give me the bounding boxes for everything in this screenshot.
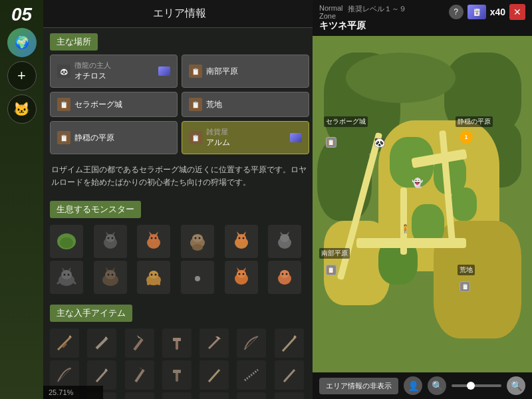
svg-line-82 xyxy=(245,370,258,380)
world-icon[interactable]: 🌍 xyxy=(7,28,37,57)
location-btn-0[interactable]: 🐼 徴龍の主人 オチロス xyxy=(50,55,178,88)
progress-text: 25.71% xyxy=(49,388,73,396)
monster-1 xyxy=(94,225,127,258)
svg-point-54 xyxy=(238,273,240,275)
svg-point-24 xyxy=(242,237,244,239)
book-icon-3: 📋 xyxy=(189,98,202,111)
search-icon[interactable]: 🔍 xyxy=(428,376,446,395)
svg-marker-32 xyxy=(68,267,71,271)
svg-marker-27 xyxy=(280,231,283,235)
terrain-green-5 xyxy=(451,188,477,221)
location-btn-1[interactable]: 📋 南部平原 xyxy=(182,55,309,88)
svg-marker-52 xyxy=(237,267,240,271)
monster-0 xyxy=(50,225,83,258)
svg-point-49 xyxy=(195,276,200,281)
svg-marker-53 xyxy=(243,267,246,271)
monster-10 xyxy=(225,261,258,294)
zone-info: NormalZone 推奨レベル１～９ キツネ平原 xyxy=(319,4,444,32)
svg-point-34 xyxy=(68,274,70,276)
location-btn-3[interactable]: 📋 荒地 xyxy=(182,92,309,117)
cat-icon[interactable]: 🐱 xyxy=(7,94,37,124)
book-icon-2: 📋 xyxy=(57,98,70,111)
svg-rect-80 xyxy=(173,370,181,373)
svg-point-6 xyxy=(107,237,109,239)
map-area: NormalZone 推奨レベル１～９ キツネ平原 ? 🃏 x40 ✕ xyxy=(313,0,532,399)
item-10 xyxy=(162,360,192,390)
svg-line-60 xyxy=(58,336,71,350)
close-button[interactable]: ✕ xyxy=(509,4,525,20)
svg-marker-70 xyxy=(215,336,221,339)
map-canvas[interactable]: セラボーグ城 南部平原 荒地 静穏の平原 📋 📋 📋 1 🐼 👻 🧍 xyxy=(313,36,532,372)
item-18 xyxy=(200,392,229,399)
header-controls: ? 🃏 x40 ✕ xyxy=(449,4,525,20)
item-12 xyxy=(237,360,266,390)
items-header: 主な入手アイテム xyxy=(50,305,132,322)
svg-rect-47 xyxy=(147,279,150,285)
svg-point-18 xyxy=(192,244,203,251)
zoom-thumb[interactable] xyxy=(467,382,475,390)
svg-rect-68 xyxy=(173,338,181,341)
svg-marker-66 xyxy=(137,335,142,339)
monster-9 xyxy=(181,261,214,294)
loc5-name: 雑貨屋 xyxy=(206,127,230,137)
loc3-name: 荒地 xyxy=(206,99,222,110)
svg-point-17 xyxy=(199,237,201,239)
monsters-header: 生息するモンスター xyxy=(50,201,141,218)
svg-line-75 xyxy=(96,370,107,382)
location-btn-5[interactable]: 📋 雑貨屋 アルム xyxy=(182,121,309,154)
loc1-name: 南部平原 xyxy=(206,66,238,77)
location-btn-4[interactable]: 📋 静穏の平原 xyxy=(50,121,178,154)
map-label-wasteland: 荒地 xyxy=(458,265,475,275)
svg-point-15 xyxy=(192,234,203,242)
svg-point-41 xyxy=(107,274,109,276)
terrain-top xyxy=(346,53,456,103)
monsters-grid xyxy=(43,222,316,299)
zoom-in-icon[interactable]: 🔍 xyxy=(507,376,525,395)
loc5-subname: アルム xyxy=(206,137,230,148)
loc0-subname: オチロス xyxy=(74,70,111,82)
loc2-name: セラボーグ城 xyxy=(74,99,122,110)
npc-icon[interactable]: 👤 xyxy=(404,376,422,395)
help-button[interactable]: ? xyxy=(449,5,464,19)
add-character-icon[interactable]: + xyxy=(7,61,37,90)
map-marker-numbered[interactable]: 1 xyxy=(460,130,473,144)
map-header: NormalZone 推奨レベル１～９ キツネ平原 ? 🃏 x40 ✕ xyxy=(313,0,532,36)
book-icon-1: 📋 xyxy=(189,65,202,78)
item-0 xyxy=(50,329,79,358)
map-footer: エリア情報の非表示 👤 🔍 🔍 xyxy=(313,372,532,399)
map-label-seion: 静穏の平原 xyxy=(456,116,493,127)
svg-line-65 xyxy=(134,339,142,350)
zoom-slider[interactable] xyxy=(452,384,501,387)
map-marker-wasteland[interactable]: 📋 xyxy=(460,281,470,292)
svg-marker-39 xyxy=(106,267,109,271)
item-20 xyxy=(275,392,304,399)
svg-point-1 xyxy=(60,237,73,248)
item-5 xyxy=(237,329,266,358)
location-btn-2[interactable]: 📋 セラボーグ城 xyxy=(50,92,178,117)
svg-point-7 xyxy=(111,237,113,239)
svg-marker-40 xyxy=(112,267,115,271)
panel-title: エリア情報 xyxy=(43,0,316,28)
main-locations-header: 主な場所 xyxy=(50,33,98,51)
svg-marker-22 xyxy=(243,231,246,235)
left-sidebar: 05 🌍 + 🐱 xyxy=(0,0,43,399)
map-marker-south[interactable]: 📋 xyxy=(326,265,336,275)
svg-point-55 xyxy=(242,273,244,275)
svg-marker-5 xyxy=(112,231,115,235)
svg-line-83 xyxy=(284,370,295,382)
item-4 xyxy=(200,329,229,358)
svg-marker-4 xyxy=(106,231,109,235)
svg-point-45 xyxy=(151,274,153,276)
svg-marker-28 xyxy=(286,231,289,235)
map-marker-seraborg[interactable]: 📋 xyxy=(326,137,336,148)
hide-area-info-button[interactable]: エリア情報の非表示 xyxy=(319,378,398,394)
item-17 xyxy=(162,392,192,399)
monster-3 xyxy=(181,225,214,258)
monster-11 xyxy=(268,261,301,294)
svg-point-44 xyxy=(149,271,158,279)
svg-point-46 xyxy=(155,274,157,276)
svg-point-57 xyxy=(280,270,289,278)
svg-point-42 xyxy=(111,274,113,276)
svg-line-74 xyxy=(58,368,71,382)
progress-bar: 25.71% xyxy=(43,386,103,399)
